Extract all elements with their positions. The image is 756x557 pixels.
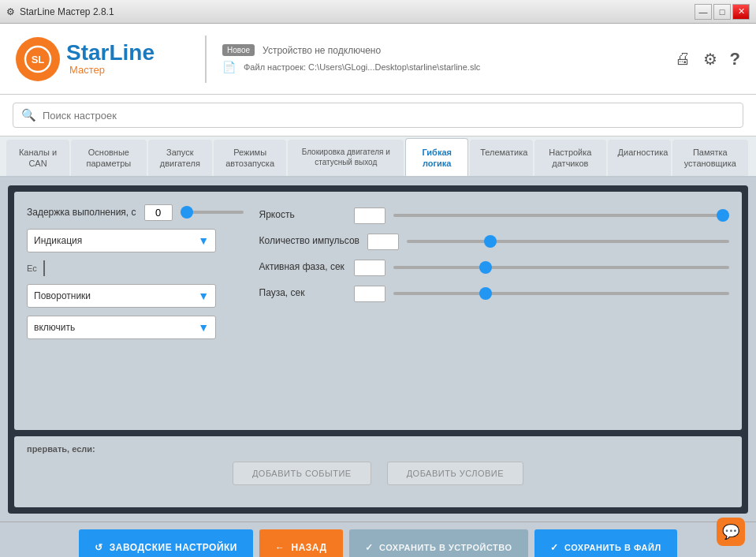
save-device-button[interactable]: ✓ СОХРАНИТЬ В УСТРОЙСТВО <box>349 529 528 557</box>
back-button[interactable]: ← НАЗАД <box>259 529 343 557</box>
main-content: Задержка выполнения, с Индикация ▼ Ес По… <box>0 178 756 521</box>
impulses-slider[interactable] <box>407 240 729 243</box>
header-divider <box>205 36 207 83</box>
title-bar: ⚙ StarLine Мастер 2.8.1 — □ ✕ <box>0 0 756 24</box>
enable-select[interactable]: включить ▼ <box>27 316 216 339</box>
tab-diagnostics[interactable]: Диагностика <box>608 140 671 176</box>
search-bar: 🔍 <box>0 95 756 136</box>
condition-label: прервать, если: <box>27 444 729 454</box>
tabs-bar: Каналы и CAN Основные параметры Запуск д… <box>0 136 756 178</box>
header-actions: 🖨 ⚙ ? <box>675 49 740 69</box>
indication-select[interactable]: Индикация ▼ <box>27 229 216 252</box>
add-event-button[interactable]: ДОБАВИТЬ СОБЫТИЕ <box>233 462 371 485</box>
condition-buttons: ДОБАВИТЬ СОБЫТИЕ ДОБАВИТЬ УСЛОВИЕ <box>27 462 729 485</box>
pause-value[interactable]: 0.8 <box>354 286 385 302</box>
pause-slider[interactable] <box>393 292 729 295</box>
search-input-wrap[interactable]: 🔍 <box>13 103 743 128</box>
impulses-label: Количество импульсов <box>259 235 359 248</box>
logo-area: SL StarLine Мастер <box>16 37 189 81</box>
pause-row: Пауза, сек 0.8 <box>259 286 729 302</box>
activephase-value[interactable]: 0.8 <box>354 260 385 276</box>
starline-brand: StarLine <box>66 42 155 64</box>
logo-icon: SL <box>16 37 60 81</box>
tab-flex[interactable]: Гибкая логика <box>405 138 468 176</box>
brightness-row: Яркость 100 <box>259 207 729 224</box>
tab-block[interactable]: Блокировка двигателя и статусный выход <box>288 140 404 176</box>
condition-area: прервать, если: ДОБАВИТЬ СОБЫТИЕ ДОБАВИТ… <box>14 436 742 507</box>
help-button[interactable]: ? <box>730 49 740 69</box>
add-condition-button[interactable]: ДОБАВИТЬ УСЛОВИЕ <box>387 462 523 485</box>
delay-label: Задержка выполнения, с <box>27 207 136 218</box>
header: SL StarLine Мастер Новое Устройство не п… <box>0 24 756 95</box>
config-area: Задержка выполнения, с Индикация ▼ Ес По… <box>14 192 742 430</box>
turnsignals-select[interactable]: Поворотники ▼ <box>27 284 216 308</box>
status-area: Новое Устройство не подключено 📄 Файл на… <box>222 44 675 73</box>
search-icon: 🔍 <box>21 108 36 122</box>
print-button[interactable]: 🖨 <box>675 50 691 68</box>
file-path-text: Файл настроек: C:\Users\GLogi...Desktop\… <box>244 62 480 72</box>
tab-basic[interactable]: Основные параметры <box>71 140 147 176</box>
brightness-value[interactable]: 100 <box>354 207 385 224</box>
tab-channels[interactable]: Каналы и CAN <box>6 140 69 176</box>
left-panel: Задержка выполнения, с Индикация ▼ Ес По… <box>27 204 244 417</box>
title-bar-label: StarLine Мастер 2.8.1 <box>20 6 114 17</box>
logo-text: StarLine Мастер <box>66 42 155 76</box>
close-button[interactable]: ✕ <box>732 4 750 20</box>
chevron-down-icon: ▼ <box>198 234 209 247</box>
bottom-bar: ↺ ЗАВОДСКИЕ НАСТРОЙКИ ← НАЗАД ✓ СОХРАНИТ… <box>0 521 756 557</box>
save-device-icon: ✓ <box>365 542 374 553</box>
master-label: Мастер <box>69 64 155 76</box>
tab-sensors[interactable]: Настройка датчиков <box>534 140 605 176</box>
svg-text:SL: SL <box>32 54 45 65</box>
factory-icon: ↺ <box>95 542 103 553</box>
inner-panel: Задержка выполнения, с Индикация ▼ Ес По… <box>8 185 748 514</box>
app-icon: ⚙ <box>6 6 15 17</box>
edit-label: Ес <box>27 264 37 273</box>
delay-value-input[interactable] <box>144 204 173 221</box>
chat-bubble[interactable]: 💬 <box>717 518 745 546</box>
brightness-label: Яркость <box>259 209 346 222</box>
brightness-slider[interactable] <box>393 214 729 217</box>
back-icon: ← <box>275 542 285 553</box>
right-panel: Яркость 100 Количество импульсов 5 Актив… <box>259 204 729 417</box>
save-file-icon: ✓ <box>550 542 559 553</box>
impulses-value[interactable]: 5 <box>367 234 399 250</box>
settings-button[interactable]: ⚙ <box>703 50 717 69</box>
tab-autostart[interactable]: Режимы автозапуска <box>214 140 286 176</box>
activephase-slider[interactable] <box>393 266 729 269</box>
save-file-button[interactable]: ✓ СОХРАНИТЬ В ФАЙЛ <box>534 529 677 557</box>
search-input[interactable] <box>43 110 735 121</box>
tab-telematics[interactable]: Телематика <box>470 140 533 176</box>
status-badge: Новое <box>222 44 255 56</box>
factory-settings-button[interactable]: ↺ ЗАВОДСКИЕ НАСТРОЙКИ <box>79 529 253 557</box>
delay-slider[interactable] <box>181 211 244 214</box>
tab-installer[interactable]: Памятка установщика <box>672 140 748 176</box>
impulses-row: Количество импульсов 5 <box>259 234 729 250</box>
activephase-row: Активная фаза, сек 0.8 <box>259 260 729 276</box>
tab-engine[interactable]: Запуск двигателя <box>148 140 212 176</box>
maximize-button[interactable]: □ <box>713 4 731 20</box>
pause-label: Пауза, сек <box>259 287 346 300</box>
delay-row: Задержка выполнения, с <box>27 204 244 221</box>
status-text: Устройство не подключено <box>263 45 381 56</box>
window-controls[interactable]: — □ ✕ <box>695 4 750 20</box>
chevron-down-icon-2: ▼ <box>198 290 209 302</box>
activephase-label: Активная фаза, сек <box>259 261 346 274</box>
chevron-down-icon-3: ▼ <box>198 321 209 334</box>
minimize-button[interactable]: — <box>695 4 712 20</box>
file-icon: 📄 <box>222 61 236 73</box>
